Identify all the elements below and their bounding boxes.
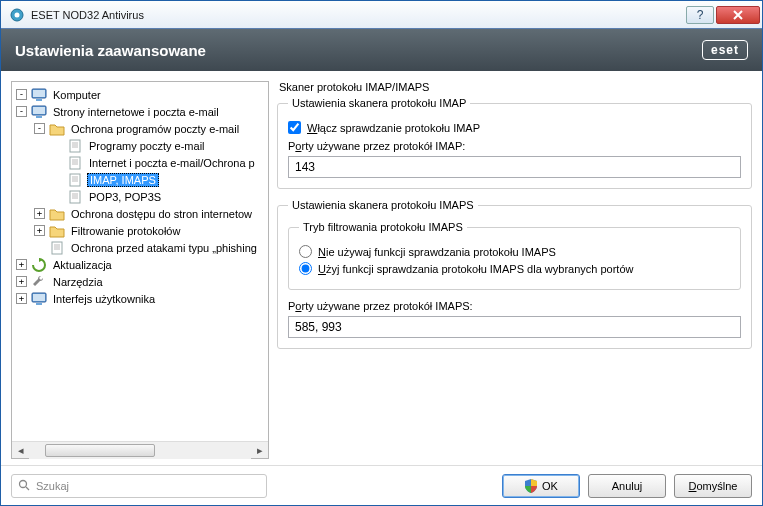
nav-tree[interactable]: -Komputer-Strony internetowe i poczta e-… [11, 81, 269, 459]
page-icon [67, 189, 83, 205]
monitor-icon [31, 104, 47, 120]
tree-item-label: Filtrowanie protokołów [69, 225, 182, 237]
window-title: ESET NOD32 Antivirus [31, 9, 686, 21]
tree-item[interactable]: +Filtrowanie protokołów [12, 222, 268, 239]
page-icon [67, 155, 83, 171]
tree-item[interactable]: +Ochrona dostępu do stron internetow [12, 205, 268, 222]
collapse-icon[interactable]: - [16, 106, 27, 117]
imap-ports-label: Porty używane przez protokół IMAP: [288, 140, 741, 152]
svg-point-31 [20, 480, 27, 487]
monitor-icon [31, 87, 47, 103]
folder-icon [49, 206, 65, 222]
expand-spacer [52, 140, 63, 151]
imaps-filter-group: Tryb filtrowania protokołu IMAPS Nie uży… [288, 221, 741, 290]
imaps-none-label[interactable]: Nie używaj funkcji sprawdzania protokołu… [318, 246, 556, 258]
folder-icon [49, 121, 65, 137]
imaps-ports-input[interactable] [288, 316, 741, 338]
tree-item[interactable]: +Narzędzia [12, 273, 268, 290]
window: ESET NOD32 Antivirus ? Ustawienia zaawan… [0, 0, 763, 506]
expand-spacer [52, 174, 63, 185]
collapse-icon[interactable]: - [16, 89, 27, 100]
svg-line-32 [26, 487, 29, 490]
app-icon [9, 7, 25, 23]
footer: Szukaj OK Anuluj Domyślne [1, 465, 762, 505]
tree-item[interactable]: Programy poczty e-mail [12, 137, 268, 154]
collapse-icon[interactable]: - [34, 123, 45, 134]
tree-hscrollbar[interactable]: ◂ ▸ [12, 441, 268, 458]
expand-icon[interactable]: + [34, 225, 45, 236]
svg-rect-16 [70, 174, 80, 186]
tree-item-label: Programy poczty e-mail [87, 140, 207, 152]
titlebar: ESET NOD32 Antivirus ? [1, 1, 762, 29]
tree-item-label: Ochrona przed atakami typu „phishing [69, 242, 259, 254]
imaps-ports-label: Porty używane przez protokół IMAPS: [288, 300, 741, 312]
tree-item[interactable]: IMAP, IMAPS [12, 171, 268, 188]
ok-button[interactable]: OK [502, 474, 580, 498]
close-button[interactable] [716, 6, 760, 24]
tree-item-label: Narzędzia [51, 276, 105, 288]
svg-rect-24 [52, 242, 62, 254]
tree-item[interactable]: -Ochrona programów poczty e-mail [12, 120, 268, 137]
eset-logo: eset [702, 40, 748, 60]
expand-icon[interactable]: + [34, 208, 45, 219]
tree-item-label: Aktualizacja [51, 259, 114, 271]
expand-icon[interactable]: + [16, 259, 27, 270]
imaps-none-radio[interactable] [299, 245, 312, 258]
monitor-icon [31, 291, 47, 307]
svg-rect-30 [36, 303, 42, 305]
cancel-button[interactable]: Anuluj [588, 474, 666, 498]
page-title: Ustawienia zaawansowane [15, 42, 206, 59]
default-button[interactable]: Domyślne [674, 474, 752, 498]
tree-item[interactable]: Ochrona przed atakami typu „phishing [12, 239, 268, 256]
expand-spacer [52, 157, 63, 168]
imap-enable-checkbox[interactable] [288, 121, 301, 134]
svg-rect-29 [33, 294, 45, 301]
svg-rect-3 [33, 90, 45, 97]
imaps-selected-radio[interactable] [299, 262, 312, 275]
tree-item[interactable]: -Strony internetowe i poczta e-mail [12, 103, 268, 120]
search-placeholder: Szukaj [36, 480, 69, 492]
imap-ports-input[interactable] [288, 156, 741, 178]
expand-icon[interactable]: + [16, 276, 27, 287]
content-pane: Skaner protokołu IMAP/IMAPS Ustawienia s… [277, 81, 752, 459]
imaps-filter-legend: Tryb filtrowania protokołu IMAPS [299, 221, 467, 233]
imaps-selected-label[interactable]: Użyj funkcji sprawdzania protokołu IMAPS… [318, 263, 633, 275]
search-icon [18, 479, 30, 493]
tree-item[interactable]: Internet i poczta e-mail/Ochrona p [12, 154, 268, 171]
page-icon [49, 240, 65, 256]
tree-item[interactable]: POP3, POP3S [12, 188, 268, 205]
svg-rect-20 [70, 191, 80, 203]
page-icon [67, 138, 83, 154]
tree-item[interactable]: +Aktualizacja [12, 256, 268, 273]
tree-item[interactable]: -Komputer [12, 86, 268, 103]
tree-item-label: Ochrona dostępu do stron internetow [69, 208, 254, 220]
tree-item-label: Internet i poczta e-mail/Ochrona p [87, 157, 257, 169]
search-input[interactable]: Szukaj [11, 474, 267, 498]
imaps-legend: Ustawienia skanera protokołu IMAPS [288, 199, 478, 211]
expand-spacer [52, 191, 63, 202]
svg-rect-12 [70, 157, 80, 169]
tree-item-label: IMAP, IMAPS [87, 173, 159, 187]
svg-rect-6 [33, 107, 45, 114]
uac-shield-icon [524, 479, 538, 493]
svg-point-1 [15, 12, 20, 17]
imap-group: Ustawienia skanera protokołu IMAP Włącz … [277, 97, 752, 189]
help-button[interactable]: ? [686, 6, 714, 24]
tree-item-label: POP3, POP3S [87, 191, 163, 203]
imap-legend: Ustawienia skanera protokołu IMAP [288, 97, 470, 109]
tree-item[interactable]: +Interfejs użytkownika [12, 290, 268, 307]
update-icon [31, 257, 47, 273]
expand-spacer [34, 242, 45, 253]
expand-icon[interactable]: + [16, 293, 27, 304]
imap-enable-label[interactable]: Włącz sprawdzanie protokołu IMAP [307, 122, 480, 134]
folder-icon [49, 223, 65, 239]
tree-item-label: Ochrona programów poczty e-mail [69, 123, 241, 135]
imaps-group: Ustawienia skanera protokołu IMAPS Tryb … [277, 199, 752, 349]
page-icon [67, 172, 83, 188]
svg-rect-4 [36, 99, 42, 101]
svg-rect-7 [36, 116, 42, 118]
svg-rect-8 [70, 140, 80, 152]
tree-item-label: Strony internetowe i poczta e-mail [51, 106, 221, 118]
tree-item-label: Interfejs użytkownika [51, 293, 157, 305]
tools-icon [31, 274, 47, 290]
